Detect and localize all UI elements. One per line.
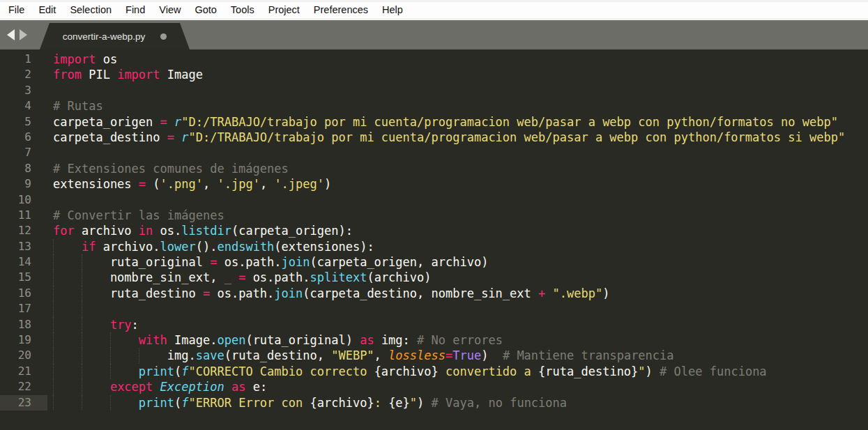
- code-line[interactable]: 13 if archivo.lower().endswith(extension…: [0, 239, 868, 254]
- code-line[interactable]: 10: [0, 192, 868, 208]
- code-token: "WEBP": [331, 348, 374, 362]
- code-token: endswith: [217, 240, 274, 254]
- code-editor[interactable]: 1import os2from PIL import Image34# Ruta…: [0, 49, 868, 430]
- code-token: except: [110, 380, 153, 394]
- code-line[interactable]: 4# Rutas: [0, 98, 868, 114]
- indent-guide: [82, 301, 82, 316]
- code-token: ): [417, 396, 431, 410]
- code-token: (carpeta_origen):: [231, 224, 353, 238]
- code-token: lower: [160, 240, 196, 254]
- code-token: save: [196, 348, 224, 362]
- code-line-content: # Rutas: [47, 98, 868, 114]
- code-token: os.: [153, 224, 181, 238]
- code-line-content: for archivo in os.listdir(carpeta_origen…: [47, 223, 868, 238]
- code-token: Image: [160, 68, 203, 82]
- code-line[interactable]: 5carpeta_origen = r"D:/TRABAJO/trabajo p…: [0, 114, 868, 130]
- code-token: os: [96, 52, 117, 66]
- indent-guide: [53, 348, 54, 363]
- code-line-content: [47, 145, 868, 160]
- code-line[interactable]: 14 ruta_original = os.path.join(carpeta_…: [0, 254, 868, 270]
- code-line[interactable]: 18 try:: [0, 317, 868, 332]
- nav-back-icon[interactable]: [7, 29, 15, 40]
- indent-guide: [82, 395, 82, 410]
- code-token: _: [224, 270, 231, 284]
- line-number: 23: [0, 395, 47, 410]
- indent-guide: [53, 395, 54, 410]
- code-token: join: [282, 255, 310, 269]
- indent-guide: [53, 254, 54, 270]
- code-token: splitext: [310, 270, 367, 284]
- line-number: 18: [0, 317, 47, 332]
- tab-nav-arrows: [7, 20, 27, 49]
- indent-guide: [110, 348, 111, 363]
- modified-dot-icon: [160, 33, 167, 40]
- code-token: [53, 364, 139, 378]
- code-line[interactable]: 23 print(f"ERROR Error con {archivo}: {e…: [0, 395, 868, 410]
- code-token: r: [181, 130, 188, 144]
- line-number: 7: [0, 145, 47, 160]
- code-line-content: import os: [47, 52, 868, 67]
- menu-item-selection[interactable]: Selection: [63, 2, 119, 18]
- code-token: ": [410, 396, 417, 410]
- code-line[interactable]: 22 except Exception as e:: [0, 379, 868, 394]
- code-line-content: [47, 83, 868, 98]
- indent-guide: [82, 286, 82, 301]
- code-line[interactable]: 21 print(f"CORRECTO Cambio correcto {arc…: [0, 364, 868, 379]
- code-token: "ERROR Error con: [189, 396, 310, 410]
- code-line[interactable]: 12for archivo in os.listdir(carpeta_orig…: [0, 223, 868, 238]
- code-line[interactable]: 20 img.save(ruta_destino, "WEBP", lossle…: [0, 348, 868, 363]
- code-token: ): [481, 348, 503, 362]
- code-token: open: [217, 333, 245, 347]
- tab-convertir-a-webp[interactable]: convertir-a-webp.py: [40, 23, 190, 49]
- code-line-content: if archivo.lower().endswith(extensiones)…: [47, 239, 868, 254]
- menu-item-project[interactable]: Project: [261, 2, 307, 18]
- code-token: (archivo): [367, 270, 431, 284]
- menu-item-tools[interactable]: Tools: [224, 2, 261, 18]
- line-number: 9: [0, 176, 47, 192]
- code-token: ): [602, 286, 609, 300]
- code-token: [545, 286, 552, 300]
- code-token: img:: [374, 333, 417, 347]
- code-line[interactable]: 9extensiones = ('.png', '.jpg', '.jpeg'): [0, 176, 868, 192]
- code-line-content: [47, 192, 868, 208]
- code-token: as: [231, 380, 245, 394]
- line-number: 4: [0, 98, 47, 114]
- indent-guide: [53, 317, 54, 332]
- line-number: 12: [0, 223, 47, 238]
- code-line[interactable]: 11# Convertir las imágenes: [0, 208, 868, 223]
- code-line[interactable]: 2from PIL import Image: [0, 67, 868, 82]
- code-line[interactable]: 3: [0, 83, 868, 98]
- code-line-content: [47, 301, 868, 316]
- code-token: ().: [196, 240, 218, 254]
- code-token: "CORRECTO Cambio correcto: [189, 364, 374, 378]
- menu-item-edit[interactable]: Edit: [31, 2, 63, 18]
- code-line[interactable]: 19 with Image.open(ruta_original) as img…: [0, 332, 868, 348]
- code-line[interactable]: 6carpeta_destino = r"D:/TRABAJO/trabajo …: [0, 130, 868, 145]
- code-token: # Convertir las imágenes: [53, 208, 224, 222]
- code-token: (ruta_original): [245, 333, 360, 347]
- line-number: 10: [0, 192, 47, 208]
- code-token: carpeta_destino: [53, 130, 167, 144]
- code-token: ): [646, 364, 660, 378]
- indent-guide: [110, 332, 111, 348]
- code-token: '.png': [160, 177, 203, 191]
- code-line[interactable]: 7: [0, 145, 868, 160]
- menu-item-view[interactable]: View: [152, 2, 188, 18]
- code-token: =: [160, 115, 167, 129]
- menu-item-goto[interactable]: Goto: [188, 2, 223, 18]
- nav-forward-icon[interactable]: [20, 29, 27, 40]
- line-number: 2: [0, 67, 47, 82]
- code-line[interactable]: 16 ruta_destino = os.path.join(carpeta_d…: [0, 286, 868, 301]
- menu-item-find[interactable]: Find: [119, 2, 152, 18]
- menu-item-help[interactable]: Help: [375, 2, 410, 18]
- code-line[interactable]: 8# Extensiones comunes de imágenes: [0, 161, 868, 176]
- menu-item-preferences[interactable]: Preferences: [307, 2, 375, 18]
- code-line[interactable]: 17: [0, 301, 868, 316]
- code-token: ,: [374, 348, 388, 362]
- code-token: (: [174, 364, 181, 378]
- code-line[interactable]: 1import os: [0, 52, 868, 67]
- line-number: 8: [0, 161, 47, 176]
- code-line[interactable]: 15 nombre_sin_ext, _ = os.path.splitext(…: [0, 270, 868, 285]
- code-token: ruta_destino: [53, 286, 203, 300]
- menu-item-file[interactable]: File: [1, 2, 31, 18]
